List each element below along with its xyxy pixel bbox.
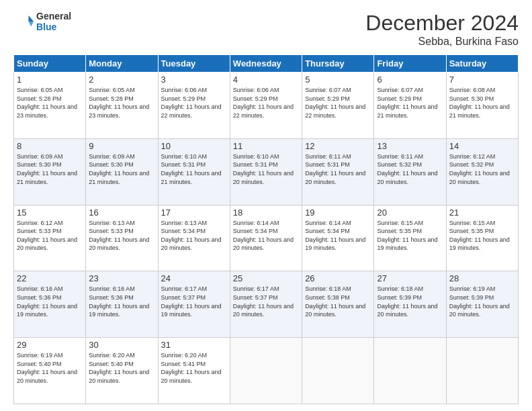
- day-number: 28: [449, 273, 515, 283]
- day-info: Sunrise: 6:11 AMSunset: 5:31 PMDaylight:…: [305, 152, 371, 186]
- calendar-cell: 28Sunrise: 6:19 AMSunset: 5:39 PMDayligh…: [446, 271, 518, 338]
- day-number: 9: [89, 141, 154, 151]
- calendar-cell: 22Sunrise: 6:16 AMSunset: 5:36 PMDayligh…: [14, 271, 86, 338]
- day-info: Sunrise: 6:18 AMSunset: 5:39 PMDaylight:…: [377, 285, 443, 318]
- day-number: 16: [89, 208, 154, 218]
- day-number: 30: [89, 340, 154, 350]
- day-info: Sunrise: 6:08 AMSunset: 5:30 PMDaylight:…: [449, 86, 515, 120]
- day-number: 12: [305, 141, 371, 151]
- header: General Blue December 2024 Sebba, Burkin…: [13, 11, 519, 48]
- svg-marker-1: [29, 21, 34, 27]
- day-info: Sunrise: 6:12 AMSunset: 5:33 PMDaylight:…: [17, 219, 83, 253]
- day-number: 11: [233, 141, 299, 151]
- day-number: 26: [305, 273, 371, 283]
- calendar-cell: 14Sunrise: 6:12 AMSunset: 5:32 PMDayligh…: [446, 138, 518, 205]
- calendar-cell: [302, 338, 374, 404]
- day-header-friday: Friday: [374, 55, 446, 73]
- day-info: Sunrise: 6:06 AMSunset: 5:29 PMDaylight:…: [233, 86, 299, 120]
- calendar-cell: 21Sunrise: 6:15 AMSunset: 5:35 PMDayligh…: [446, 205, 518, 271]
- calendar-row: 15Sunrise: 6:12 AMSunset: 5:33 PMDayligh…: [14, 205, 519, 271]
- day-header-thursday: Thursday: [302, 55, 374, 73]
- calendar-cell: [374, 338, 446, 404]
- calendar-cell: 2Sunrise: 6:05 AMSunset: 5:28 PMDaylight…: [86, 73, 158, 139]
- calendar-cell: 1Sunrise: 6:05 AMSunset: 5:28 PMDaylight…: [14, 73, 86, 139]
- day-number: 13: [377, 141, 443, 151]
- calendar-row: 22Sunrise: 6:16 AMSunset: 5:36 PMDayligh…: [14, 271, 519, 338]
- logo-text: General Blue: [36, 11, 71, 32]
- day-number: 3: [161, 75, 227, 85]
- day-info: Sunrise: 6:09 AMSunset: 5:30 PMDaylight:…: [89, 152, 154, 186]
- calendar-cell: 25Sunrise: 6:17 AMSunset: 5:37 PMDayligh…: [230, 271, 302, 338]
- calendar-cell: 3Sunrise: 6:06 AMSunset: 5:29 PMDaylight…: [158, 73, 230, 139]
- calendar-row: 29Sunrise: 6:19 AMSunset: 5:40 PMDayligh…: [14, 338, 519, 404]
- day-number: 5: [305, 75, 371, 85]
- calendar-cell: 4Sunrise: 6:06 AMSunset: 5:29 PMDaylight…: [230, 73, 302, 139]
- logo-general: General: [36, 11, 71, 21]
- calendar-page: General Blue December 2024 Sebba, Burkin…: [0, 0, 532, 411]
- day-info: Sunrise: 6:13 AMSunset: 5:34 PMDaylight:…: [161, 219, 227, 253]
- calendar-cell: 5Sunrise: 6:07 AMSunset: 5:29 PMDaylight…: [302, 73, 374, 139]
- day-info: Sunrise: 6:10 AMSunset: 5:31 PMDaylight:…: [161, 152, 227, 186]
- day-info: Sunrise: 6:19 AMSunset: 5:40 PMDaylight:…: [17, 351, 83, 385]
- calendar-cell: 9Sunrise: 6:09 AMSunset: 5:30 PMDaylight…: [86, 138, 158, 205]
- day-headers: SundayMondayTuesdayWednesdayThursdayFrid…: [14, 55, 519, 73]
- day-info: Sunrise: 6:07 AMSunset: 5:29 PMDaylight:…: [305, 86, 371, 120]
- day-info: Sunrise: 6:14 AMSunset: 5:34 PMDaylight:…: [305, 219, 371, 253]
- day-number: 25: [233, 273, 299, 283]
- day-info: Sunrise: 6:18 AMSunset: 5:38 PMDaylight:…: [305, 285, 371, 318]
- day-number: 14: [449, 141, 515, 151]
- calendar-cell: 12Sunrise: 6:11 AMSunset: 5:31 PMDayligh…: [302, 138, 374, 205]
- calendar-cell: 10Sunrise: 6:10 AMSunset: 5:31 PMDayligh…: [158, 138, 230, 205]
- calendar-cell: 29Sunrise: 6:19 AMSunset: 5:40 PMDayligh…: [14, 338, 86, 404]
- day-header-sunday: Sunday: [14, 55, 86, 73]
- title-block: December 2024 Sebba, Burkina Faso: [365, 11, 519, 48]
- day-info: Sunrise: 6:09 AMSunset: 5:30 PMDaylight:…: [17, 152, 83, 186]
- calendar-row: 8Sunrise: 6:09 AMSunset: 5:30 PMDaylight…: [14, 138, 519, 205]
- calendar-cell: 17Sunrise: 6:13 AMSunset: 5:34 PMDayligh…: [158, 205, 230, 271]
- day-info: Sunrise: 6:17 AMSunset: 5:37 PMDaylight:…: [233, 285, 299, 318]
- day-number: 6: [377, 75, 443, 85]
- calendar-cell: 16Sunrise: 6:13 AMSunset: 5:33 PMDayligh…: [86, 205, 158, 271]
- day-info: Sunrise: 6:13 AMSunset: 5:33 PMDaylight:…: [89, 219, 154, 253]
- calendar-cell: [446, 338, 518, 404]
- day-header-monday: Monday: [86, 55, 158, 73]
- day-info: Sunrise: 6:15 AMSunset: 5:35 PMDaylight:…: [449, 219, 515, 253]
- day-info: Sunrise: 6:19 AMSunset: 5:39 PMDaylight:…: [449, 285, 515, 318]
- day-number: 27: [377, 273, 443, 283]
- day-number: 10: [161, 141, 227, 151]
- calendar-title: December 2024: [365, 11, 519, 36]
- day-number: 18: [233, 208, 299, 218]
- calendar-cell: 24Sunrise: 6:17 AMSunset: 5:37 PMDayligh…: [158, 271, 230, 338]
- day-info: Sunrise: 6:06 AMSunset: 5:29 PMDaylight:…: [161, 86, 227, 120]
- calendar-cell: [230, 338, 302, 404]
- day-number: 7: [449, 75, 515, 85]
- day-info: Sunrise: 6:11 AMSunset: 5:32 PMDaylight:…: [377, 152, 443, 186]
- day-info: Sunrise: 6:17 AMSunset: 5:37 PMDaylight:…: [161, 285, 227, 318]
- calendar-cell: 7Sunrise: 6:08 AMSunset: 5:30 PMDaylight…: [446, 73, 518, 139]
- day-number: 2: [89, 75, 154, 85]
- calendar-cell: 19Sunrise: 6:14 AMSunset: 5:34 PMDayligh…: [302, 205, 374, 271]
- day-info: Sunrise: 6:20 AMSunset: 5:40 PMDaylight:…: [89, 351, 154, 385]
- calendar-cell: 20Sunrise: 6:15 AMSunset: 5:35 PMDayligh…: [374, 205, 446, 271]
- calendar-cell: 11Sunrise: 6:10 AMSunset: 5:31 PMDayligh…: [230, 138, 302, 205]
- logo-blue: Blue: [36, 21, 71, 32]
- day-number: 24: [161, 273, 227, 283]
- day-number: 19: [305, 208, 371, 218]
- day-info: Sunrise: 6:14 AMSunset: 5:34 PMDaylight:…: [233, 219, 299, 253]
- calendar-cell: 15Sunrise: 6:12 AMSunset: 5:33 PMDayligh…: [14, 205, 86, 271]
- day-number: 21: [449, 208, 515, 218]
- day-header-tuesday: Tuesday: [158, 55, 230, 73]
- calendar-cell: 8Sunrise: 6:09 AMSunset: 5:30 PMDaylight…: [14, 138, 86, 205]
- day-info: Sunrise: 6:07 AMSunset: 5:29 PMDaylight:…: [377, 86, 443, 120]
- calendar-cell: 18Sunrise: 6:14 AMSunset: 5:34 PMDayligh…: [230, 205, 302, 271]
- day-number: 23: [89, 273, 154, 283]
- day-number: 20: [377, 208, 443, 218]
- day-info: Sunrise: 6:20 AMSunset: 5:41 PMDaylight:…: [161, 351, 227, 385]
- day-info: Sunrise: 6:10 AMSunset: 5:31 PMDaylight:…: [233, 152, 299, 186]
- day-header-wednesday: Wednesday: [230, 55, 302, 73]
- day-info: Sunrise: 6:16 AMSunset: 5:36 PMDaylight:…: [89, 285, 154, 318]
- day-header-saturday: Saturday: [446, 55, 518, 73]
- calendar-row: 1Sunrise: 6:05 AMSunset: 5:28 PMDaylight…: [14, 73, 519, 139]
- day-number: 31: [161, 340, 227, 350]
- calendar-subtitle: Sebba, Burkina Faso: [365, 36, 519, 48]
